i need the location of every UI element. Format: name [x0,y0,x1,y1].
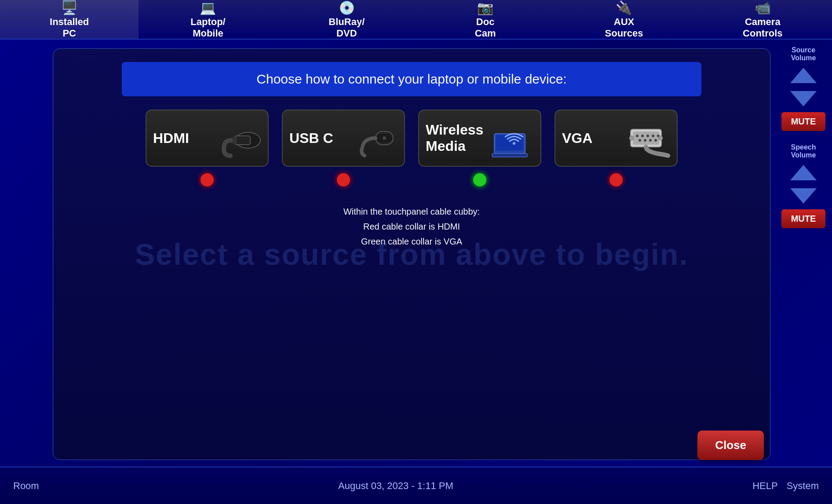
nav-installed-pc[interactable]: 🖥️ Installed PC [0,0,139,39]
top-navigation: 🖥️ Installed PC 💻 Laptop/ Mobile 💿 BluRa… [0,0,832,40]
svg-point-20 [654,139,657,142]
speech-volume-label: Speech Volume [779,143,828,159]
bottom-right-controls: HELP System [752,480,819,492]
svg-rect-11 [633,131,659,145]
connection-modal: Select a source from above to begin. Cho… [53,48,770,460]
hdmi-cable-icon [222,118,261,158]
vga-button[interactable]: VGA [555,110,678,167]
nav-laptop-mobile[interactable]: 💻 Laptop/ Mobile [139,0,277,39]
usbc-label: USB C [289,130,333,146]
nav-camera-controls[interactable]: 📹 Camera Controls [693,0,832,39]
doc-cam-icon: 📷 [477,0,493,15]
svg-point-15 [652,135,654,137]
wireless-media-label: Wireless Media [426,122,483,154]
usbc-cable-icon [358,118,398,158]
info-line-2: Red cable collar is HDMI [343,219,480,234]
nav-aux-sources[interactable]: 🔌 AUX Sources [555,0,693,39]
nav-laptop-mobile-label: Laptop/ Mobile [190,16,225,39]
source-volume-up[interactable] [790,68,817,83]
nav-aux-sources-label: AUX Sources [605,16,643,39]
vga-cable-icon [622,118,670,158]
aux-sources-icon: 🔌 [616,0,632,15]
svg-point-13 [641,135,644,137]
svg-point-5 [383,136,386,140]
usbc-icon-area [333,118,398,158]
usbc-option-col: USB C [282,110,405,186]
svg-point-18 [644,139,646,142]
wireless-icon-area [483,118,534,158]
room-label: Room [13,480,39,492]
usbc-button[interactable]: USB C [282,110,405,167]
svg-rect-1 [235,136,250,145]
svg-point-8 [513,142,515,145]
right-controls: Source Volume MUTE Speech Volume MUTE [775,40,832,467]
vga-icon-area [606,118,670,158]
svg-point-12 [636,135,639,137]
svg-point-14 [646,135,649,137]
nav-camera-controls-label: Camera Controls [743,16,782,39]
usbc-status-dot [337,173,350,186]
installed-pc-icon: 🖥️ [61,0,77,15]
close-button[interactable]: Close [697,431,764,460]
svg-point-21 [629,136,634,140]
system-button[interactable]: System [787,480,819,492]
speech-volume-down[interactable] [790,188,817,204]
hdmi-status-dot [201,173,214,186]
source-volume-label: Source Volume [779,46,828,62]
info-text-block: Within the touchpanel cable cubby: Red c… [343,204,480,249]
vga-status-dot [609,173,623,186]
laptop-mobile-icon: 💻 [200,0,216,15]
date-time-label: August 03, 2023 - 1:11 PM [39,480,752,492]
speech-mute-button[interactable]: MUTE [781,209,825,228]
source-mute-button[interactable]: MUTE [781,112,825,131]
connection-options-row: HDMI USB C [71,110,752,186]
nav-doc-cam[interactable]: 📷 Doc Cam [416,0,555,39]
svg-point-19 [649,139,652,142]
wireless-status-dot [473,173,486,186]
nav-installed-pc-label: Installed PC [50,16,89,39]
help-button[interactable]: HELP [752,480,777,492]
bluray-dvd-icon: 💿 [339,0,355,15]
camera-controls-icon: 📹 [755,0,771,15]
hdmi-icon-area [197,118,261,158]
wireless-option-col: Wireless Media [418,110,541,186]
wireless-laptop-icon [490,118,534,158]
bottom-bar: Room August 03, 2023 - 1:11 PM HELP Syst… [0,467,832,504]
source-volume-down[interactable] [790,91,817,106]
nav-bluray-dvd[interactable]: 💿 BluRay/ DVD [277,0,416,39]
hdmi-button[interactable]: HDMI [146,110,269,167]
svg-point-22 [658,136,663,140]
speech-volume-up[interactable] [790,165,817,180]
info-line-3: Green cable collar is VGA [343,234,480,249]
svg-rect-9 [492,153,527,157]
modal-header-text: Choose how to connect your laptop or mob… [256,72,566,86]
nav-doc-cam-label: Doc Cam [475,16,496,39]
modal-header-banner: Choose how to connect your laptop or mob… [122,62,701,96]
svg-point-17 [639,139,641,142]
info-line-1: Within the touchpanel cable cubby: [343,204,480,219]
nav-bluray-dvd-label: BluRay/ DVD [328,16,365,39]
wireless-media-button[interactable]: Wireless Media [418,110,541,167]
hdmi-option-col: HDMI [146,110,269,186]
vga-option-col: VGA [555,110,678,186]
hdmi-label: HDMI [153,130,197,146]
vga-label: VGA [562,130,606,146]
